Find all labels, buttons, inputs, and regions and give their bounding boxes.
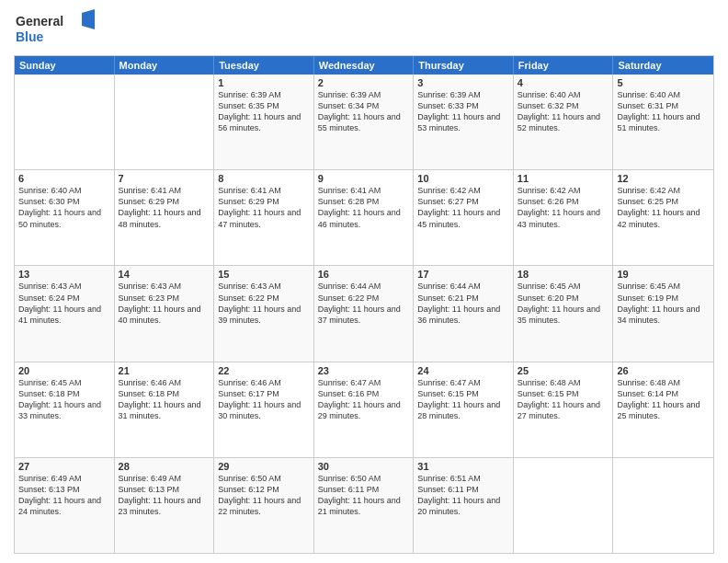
calendar-day-18: 18Sunrise: 6:45 AM Sunset: 6:20 PM Dayli… (514, 266, 614, 361)
day-number: 13 (18, 269, 110, 280)
day-info: Sunrise: 6:43 AM Sunset: 6:22 PM Dayligh… (218, 281, 310, 326)
calendar-day-13: 13Sunrise: 6:43 AM Sunset: 6:24 PM Dayli… (15, 266, 115, 361)
day-info: Sunrise: 6:43 AM Sunset: 6:23 PM Dayligh… (119, 281, 210, 326)
calendar-week-3: 13Sunrise: 6:43 AM Sunset: 6:24 PM Dayli… (15, 265, 713, 361)
day-number: 24 (417, 365, 509, 376)
page: General Blue SundayMondayTuesdayWednesda… (0, 0, 728, 563)
day-info: Sunrise: 6:50 AM Sunset: 6:12 PM Dayligh… (218, 473, 310, 518)
calendar-day-8: 8Sunrise: 6:41 AM Sunset: 6:29 PM Daylig… (214, 170, 314, 265)
day-number: 18 (518, 269, 609, 280)
calendar-day-23: 23Sunrise: 6:47 AM Sunset: 6:16 PM Dayli… (314, 362, 415, 457)
day-info: Sunrise: 6:44 AM Sunset: 6:22 PM Dayligh… (318, 281, 410, 326)
svg-marker-2 (82, 9, 95, 29)
day-info: Sunrise: 6:44 AM Sunset: 6:21 PM Dayligh… (417, 281, 509, 326)
day-number: 19 (617, 269, 710, 280)
calendar-day-12: 12Sunrise: 6:42 AM Sunset: 6:25 PM Dayli… (613, 170, 713, 265)
svg-text:Blue: Blue (16, 29, 44, 44)
day-number: 6 (18, 173, 110, 184)
calendar-day-16: 16Sunrise: 6:44 AM Sunset: 6:22 PM Dayli… (314, 266, 415, 361)
logo-svg: General Blue (14, 9, 97, 48)
day-info: Sunrise: 6:49 AM Sunset: 6:13 PM Dayligh… (18, 473, 110, 518)
calendar-day-22: 22Sunrise: 6:46 AM Sunset: 6:17 PM Dayli… (214, 362, 314, 457)
calendar-day-24: 24Sunrise: 6:47 AM Sunset: 6:15 PM Dayli… (414, 362, 514, 457)
header-cell-wednesday: Wednesday (314, 56, 415, 75)
header-cell-tuesday: Tuesday (214, 56, 314, 75)
day-number: 15 (218, 269, 310, 280)
calendar-day-11: 11Sunrise: 6:42 AM Sunset: 6:26 PM Dayli… (514, 170, 614, 265)
svg-text:General: General (16, 14, 63, 29)
day-info: Sunrise: 6:45 AM Sunset: 6:18 PM Dayligh… (18, 377, 110, 422)
day-number: 10 (417, 173, 509, 184)
day-number: 30 (318, 461, 410, 472)
calendar-day-30: 30Sunrise: 6:50 AM Sunset: 6:11 PM Dayli… (314, 458, 415, 553)
day-info: Sunrise: 6:49 AM Sunset: 6:13 PM Dayligh… (119, 473, 210, 518)
day-number: 31 (417, 461, 509, 472)
day-info: Sunrise: 6:40 AM Sunset: 6:30 PM Dayligh… (18, 185, 110, 230)
day-info: Sunrise: 6:41 AM Sunset: 6:29 PM Dayligh… (218, 185, 310, 230)
calendar-empty-cell (15, 75, 115, 169)
day-number: 3 (417, 77, 509, 88)
day-info: Sunrise: 6:45 AM Sunset: 6:20 PM Dayligh… (518, 281, 609, 326)
calendar-day-20: 20Sunrise: 6:45 AM Sunset: 6:18 PM Dayli… (15, 362, 115, 457)
header-cell-monday: Monday (115, 56, 215, 75)
calendar-empty-cell (514, 458, 614, 553)
calendar-day-2: 2Sunrise: 6:39 AM Sunset: 6:34 PM Daylig… (314, 75, 415, 169)
day-number: 27 (18, 461, 110, 472)
day-number: 21 (119, 365, 210, 376)
day-number: 25 (518, 365, 609, 376)
day-number: 16 (318, 269, 410, 280)
header-cell-saturday: Saturday (613, 56, 713, 75)
calendar-empty-cell (613, 458, 713, 553)
header-cell-sunday: Sunday (15, 56, 115, 75)
day-number: 4 (518, 77, 609, 88)
calendar-day-29: 29Sunrise: 6:50 AM Sunset: 6:12 PM Dayli… (214, 458, 314, 553)
calendar-week-1: 1Sunrise: 6:39 AM Sunset: 6:35 PM Daylig… (15, 75, 713, 169)
calendar-day-9: 9Sunrise: 6:41 AM Sunset: 6:28 PM Daylig… (314, 170, 415, 265)
header-cell-friday: Friday (514, 56, 614, 75)
calendar-day-3: 3Sunrise: 6:39 AM Sunset: 6:33 PM Daylig… (414, 75, 514, 169)
day-info: Sunrise: 6:42 AM Sunset: 6:27 PM Dayligh… (417, 185, 509, 230)
day-number: 8 (218, 173, 310, 184)
calendar-day-19: 19Sunrise: 6:45 AM Sunset: 6:19 PM Dayli… (613, 266, 713, 361)
calendar-day-27: 27Sunrise: 6:49 AM Sunset: 6:13 PM Dayli… (15, 458, 115, 553)
day-info: Sunrise: 6:39 AM Sunset: 6:33 PM Dayligh… (417, 89, 509, 134)
day-number: 20 (18, 365, 110, 376)
day-number: 14 (119, 269, 210, 280)
calendar-day-28: 28Sunrise: 6:49 AM Sunset: 6:13 PM Dayli… (115, 458, 215, 553)
calendar: SundayMondayTuesdayWednesdayThursdayFrid… (14, 55, 714, 554)
calendar-day-4: 4Sunrise: 6:40 AM Sunset: 6:32 PM Daylig… (514, 75, 614, 169)
calendar-day-10: 10Sunrise: 6:42 AM Sunset: 6:27 PM Dayli… (414, 170, 514, 265)
day-info: Sunrise: 6:48 AM Sunset: 6:15 PM Dayligh… (518, 377, 609, 422)
day-info: Sunrise: 6:39 AM Sunset: 6:35 PM Dayligh… (218, 89, 310, 134)
calendar-day-26: 26Sunrise: 6:48 AM Sunset: 6:14 PM Dayli… (613, 362, 713, 457)
day-number: 5 (617, 77, 710, 88)
day-info: Sunrise: 6:41 AM Sunset: 6:28 PM Dayligh… (318, 185, 410, 230)
day-info: Sunrise: 6:39 AM Sunset: 6:34 PM Dayligh… (318, 89, 410, 134)
calendar-day-31: 31Sunrise: 6:51 AM Sunset: 6:11 PM Dayli… (414, 458, 514, 553)
calendar-day-7: 7Sunrise: 6:41 AM Sunset: 6:29 PM Daylig… (115, 170, 215, 265)
calendar-day-14: 14Sunrise: 6:43 AM Sunset: 6:23 PM Dayli… (115, 266, 215, 361)
day-info: Sunrise: 6:42 AM Sunset: 6:25 PM Dayligh… (617, 185, 710, 230)
calendar-body: 1Sunrise: 6:39 AM Sunset: 6:35 PM Daylig… (15, 75, 713, 553)
day-number: 1 (218, 77, 310, 88)
calendar-day-1: 1Sunrise: 6:39 AM Sunset: 6:35 PM Daylig… (214, 75, 314, 169)
day-number: 12 (617, 173, 710, 184)
day-info: Sunrise: 6:46 AM Sunset: 6:18 PM Dayligh… (119, 377, 210, 422)
day-info: Sunrise: 6:50 AM Sunset: 6:11 PM Dayligh… (318, 473, 410, 518)
calendar-day-21: 21Sunrise: 6:46 AM Sunset: 6:18 PM Dayli… (115, 362, 215, 457)
logo: General Blue (14, 9, 97, 48)
day-info: Sunrise: 6:47 AM Sunset: 6:16 PM Dayligh… (318, 377, 410, 422)
header: General Blue (14, 9, 714, 48)
day-info: Sunrise: 6:51 AM Sunset: 6:11 PM Dayligh… (417, 473, 509, 518)
day-info: Sunrise: 6:47 AM Sunset: 6:15 PM Dayligh… (417, 377, 509, 422)
day-info: Sunrise: 6:48 AM Sunset: 6:14 PM Dayligh… (617, 377, 710, 422)
calendar-day-15: 15Sunrise: 6:43 AM Sunset: 6:22 PM Dayli… (214, 266, 314, 361)
day-number: 29 (218, 461, 310, 472)
calendar-week-5: 27Sunrise: 6:49 AM Sunset: 6:13 PM Dayli… (15, 457, 713, 553)
calendar-day-5: 5Sunrise: 6:40 AM Sunset: 6:31 PM Daylig… (613, 75, 713, 169)
day-number: 2 (318, 77, 410, 88)
day-info: Sunrise: 6:41 AM Sunset: 6:29 PM Dayligh… (119, 185, 210, 230)
day-info: Sunrise: 6:43 AM Sunset: 6:24 PM Dayligh… (18, 281, 110, 326)
calendar-week-4: 20Sunrise: 6:45 AM Sunset: 6:18 PM Dayli… (15, 362, 713, 457)
day-info: Sunrise: 6:40 AM Sunset: 6:31 PM Dayligh… (617, 89, 710, 134)
